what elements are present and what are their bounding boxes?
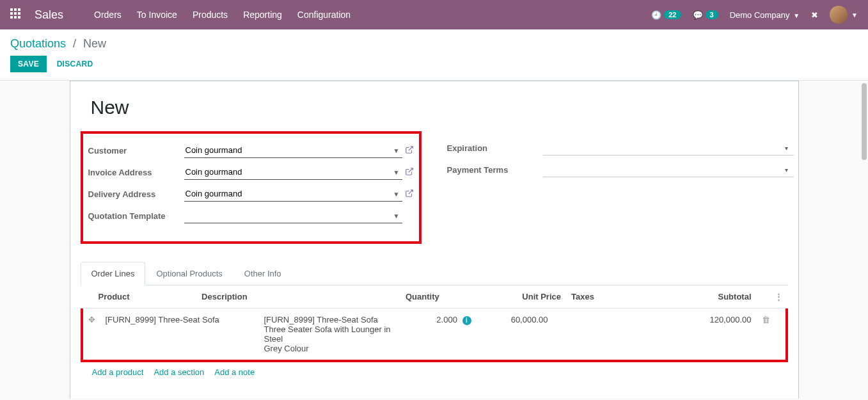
expiration-label: Expiration [447,143,543,153]
clock-icon: 🕘 [651,10,661,20]
user-menu[interactable]: ▼ [830,6,858,24]
save-button[interactable]: SAVE [10,56,47,72]
tab-order-lines[interactable]: Order Lines [81,262,146,285]
chevron-down-icon[interactable]: ▼ [393,212,400,220]
chevron-down-icon[interactable]: ▼ [393,191,400,198]
drag-handle-icon[interactable]: ✥ [88,315,95,324]
chevron-down-icon[interactable]: ▾ [785,145,788,152]
breadcrumb-separator: / [73,37,76,50]
add-shipping-button[interactable]: ADD SHIPPING [684,395,762,399]
chat-icon: 💬 [693,10,703,20]
trash-icon[interactable]: 🗑 [762,315,770,324]
col-taxes: Taxes [566,285,649,308]
chevron-down-icon: ▼ [851,12,858,19]
col-product: Product [93,285,197,308]
cell-quantity[interactable]: 2.000 i [413,308,477,360]
company-switcher[interactable]: Demo Company ▼ [730,10,800,20]
invoice-address-input[interactable] [184,164,402,180]
tab-optional-products[interactable]: Optional Products [145,262,233,285]
main-menu: Orders To Invoice Products Reporting Con… [94,10,351,20]
menu-orders[interactable]: Orders [94,10,122,20]
tab-other-info[interactable]: Other Info [233,262,292,285]
menu-configuration[interactable]: Configuration [297,10,351,20]
tabs: Order Lines Optional Products Other Info [81,262,788,285]
col-subtotal: Subtotal [649,285,757,308]
company-label: Demo Company [730,10,790,20]
col-quantity: Quantity [335,285,445,308]
breadcrumb-root[interactable]: Quotations [10,37,66,50]
breadcrumb-current: New [83,37,106,50]
add-product-link[interactable]: Add a product [92,367,144,377]
expiration-input[interactable] [543,140,794,156]
payment-terms-input[interactable] [543,162,794,177]
chevron-down-icon[interactable]: ▼ [393,147,400,154]
invoice-address-label: Invoice Address [88,168,184,177]
kebab-icon[interactable]: ⋮ [775,292,783,301]
desc-line: Grey Colour [264,344,407,353]
customer-highlight-box: Customer ▼ Invoice Address ▼ [81,131,422,244]
add-links: Add a product Add a section Add a note [81,362,788,382]
customer-input[interactable] [184,143,402,158]
discard-button[interactable]: DISCARD [49,56,101,72]
breadcrumb: Quotations / New [10,37,858,51]
cell-taxes[interactable] [553,308,686,360]
delivery-address-label: Delivery Address [88,189,184,199]
cell-product[interactable]: [FURN_8999] Three-Seat Sofa [100,308,259,360]
apps-icon[interactable] [10,8,23,21]
page-title: New [91,97,788,118]
table-row[interactable]: ✥ [FURN_8999] Three-Seat Sofa [FURN_8999… [83,308,785,360]
debug-icon[interactable]: ✖ [811,10,818,20]
control-panel: Quotations / New SAVE DISCARD [0,29,868,81]
col-description: Description [196,285,335,308]
menu-to-invoice[interactable]: To Invoice [137,10,177,20]
col-unit-price: Unit Price [445,285,566,308]
form-view: New Customer ▼ Invoice Address [0,81,868,399]
navbar: Sales Orders To Invoice Products Reporti… [0,0,868,29]
activity-count: 22 [664,10,681,19]
avatar [830,6,848,24]
menu-reporting[interactable]: Reporting [243,10,282,20]
chevron-down-icon[interactable]: ▼ [393,169,400,176]
external-link-icon[interactable] [405,189,414,200]
external-link-icon[interactable] [405,167,414,178]
customer-label: Customer [88,146,184,156]
desc-line: Three Seater Sofa with Lounger in Steel [264,324,407,344]
chevron-down-icon[interactable]: ▾ [785,166,788,173]
info-icon[interactable]: i [462,316,471,325]
footer-actions: ADD SHIPPING [81,382,788,399]
activity-indicator[interactable]: 🕘 22 [651,10,681,20]
quotation-template-input[interactable] [184,208,402,223]
cell-unit-price[interactable]: 60,000.00 [477,308,553,360]
add-note-link[interactable]: Add a note [214,367,255,377]
external-link-icon[interactable] [405,145,414,156]
desc-line: [FURN_8999] Three-Seat Sofa [264,315,407,324]
message-count: 3 [706,10,718,19]
payment-terms-label: Payment Terms [447,165,543,175]
cell-description[interactable]: [FURN_8999] Three-Seat Sofa Three Seater… [259,308,413,360]
form-sheet: New Customer ▼ Invoice Address [70,81,799,399]
scrollbar[interactable] [862,83,867,160]
menu-products[interactable]: Products [193,10,228,20]
quotation-template-label: Quotation Template [88,211,184,221]
qty-value: 2.000 [436,315,457,324]
order-lines-table: Product Description Quantity Unit Price … [81,285,788,308]
messaging-indicator[interactable]: 💬 3 [693,10,718,20]
chevron-down-icon: ▼ [793,12,800,19]
order-line-highlight-box: ✥ [FURN_8999] Three-Seat Sofa [FURN_8999… [81,308,788,362]
cell-subtotal: 120,000.00 [686,308,757,360]
app-brand[interactable]: Sales [35,8,63,22]
add-section-link[interactable]: Add a section [154,367,204,377]
delivery-address-input[interactable] [184,186,402,202]
